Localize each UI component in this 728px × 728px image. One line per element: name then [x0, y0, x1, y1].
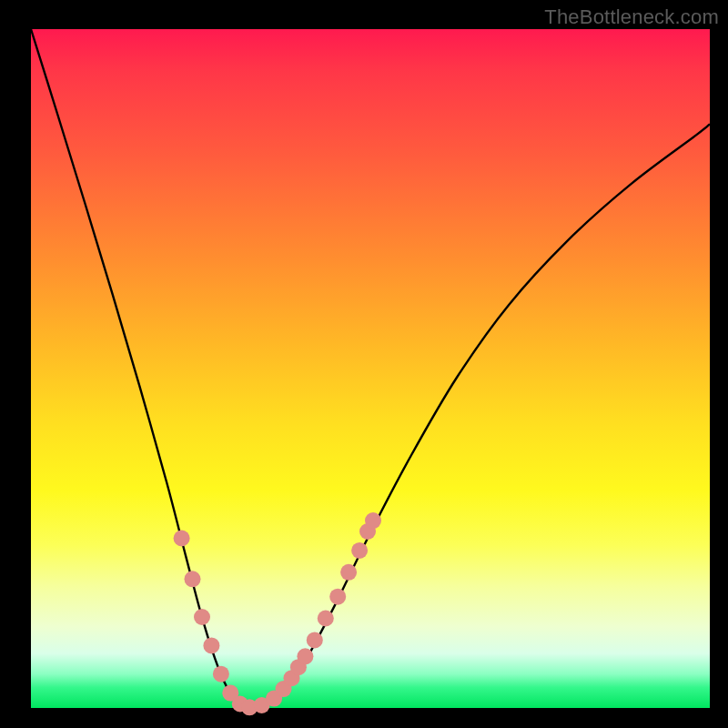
curve-marker: [307, 632, 323, 648]
curve-marker: [174, 531, 190, 547]
watermark-text: TheBottleneck.com: [544, 5, 719, 29]
curve-marker: [297, 648, 313, 664]
curve-marker: [213, 666, 229, 682]
bottleneck-curve: [31, 29, 710, 707]
chart-svg: [31, 29, 710, 708]
curve-marker: [351, 542, 368, 559]
curve-marker: [329, 589, 346, 605]
curve-marker: [365, 512, 381, 529]
curve-markers: [174, 512, 381, 715]
curve-marker: [318, 611, 334, 627]
curve-marker: [194, 609, 210, 625]
plot-area: [31, 29, 710, 708]
curve-marker: [340, 564, 357, 581]
curve-marker: [203, 637, 219, 653]
chart-frame: TheBottleneck.com: [0, 0, 728, 728]
curve-marker: [185, 571, 201, 587]
